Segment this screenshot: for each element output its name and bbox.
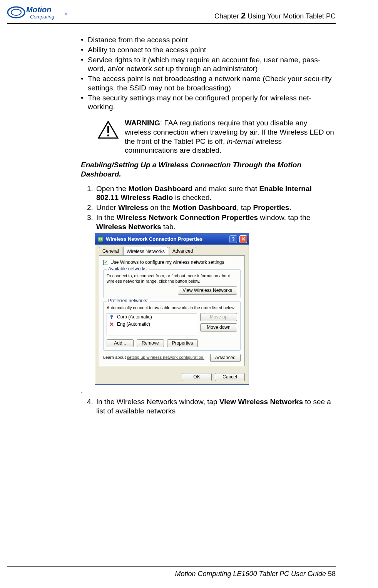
- page-number: 58: [328, 570, 336, 578]
- use-windows-checkbox[interactable]: ✓: [103, 260, 108, 265]
- tab-general[interactable]: General: [99, 247, 122, 255]
- wireless-properties-dialog: Wireless Network Connection Properties ?…: [95, 233, 249, 384]
- bullet-item: Ability to connect to the access point: [88, 45, 336, 55]
- view-wireless-networks-button[interactable]: View Wireless Networks: [178, 287, 237, 295]
- advanced-button[interactable]: Advanced: [210, 354, 241, 362]
- available-networks-group: Available networks: To connect to, disco…: [103, 269, 241, 298]
- logo-text-1: Motion: [26, 5, 52, 14]
- chapter-number: 2: [241, 11, 246, 20]
- tab-advanced[interactable]: Advanced: [169, 247, 196, 255]
- preferred-networks-group: Preferred networks: Automatically connec…: [103, 301, 241, 351]
- section-heading: Enabling/Setting Up a Wireless Connectio…: [81, 160, 336, 179]
- move-down-button[interactable]: Move down: [200, 323, 237, 331]
- add-button[interactable]: Add...: [107, 339, 134, 347]
- footer-text: Motion Computing LE1600 Tablet PC User G…: [175, 570, 328, 578]
- help-button[interactable]: ?: [229, 235, 237, 243]
- page-content: •Distance from the access point •Ability…: [0, 24, 378, 416]
- bullet-item: The security settings may not be configu…: [88, 93, 336, 112]
- svg-point-5: [107, 134, 109, 136]
- dialog-titlebar[interactable]: Wireless Network Connection Properties ?…: [95, 234, 249, 245]
- available-legend: Available networks:: [107, 266, 149, 272]
- warning-text: WARNING: FAA regulations require that yo…: [125, 118, 336, 155]
- warning-label: WARNING: [125, 119, 160, 127]
- network-icon: [109, 322, 114, 326]
- svg-rect-6: [98, 237, 103, 242]
- logo: Motion Computing ®: [7, 4, 72, 21]
- chapter-prefix: Chapter: [214, 12, 241, 20]
- tab-wireless-networks[interactable]: Wireless Networks: [123, 247, 168, 255]
- remove-button[interactable]: Remove: [137, 339, 164, 347]
- step-1: 1. Open the Motion Dashboard and make su…: [87, 184, 336, 203]
- ok-button[interactable]: OK: [182, 373, 212, 381]
- bullet-item: The access point is not broadcasting a n…: [88, 74, 336, 93]
- preferred-network-list[interactable]: Corp (Automatic) Eng (Automatic): [107, 313, 197, 335]
- step-3: 3. In the Wireless Network Connection Pr…: [87, 213, 336, 232]
- step-4: 4. In the Wireless Networks window, tap …: [87, 397, 336, 416]
- page-header: Motion Computing ® Chapter 2 Using Your …: [0, 0, 378, 23]
- dialog-title: Wireless Network Connection Properties: [106, 236, 227, 242]
- available-desc: To connect to, disconnect from, or find …: [107, 273, 237, 284]
- close-button[interactable]: ✕: [239, 235, 247, 243]
- svg-point-1: [11, 9, 21, 15]
- properties-button[interactable]: Properties: [167, 339, 198, 347]
- warning-icon: [98, 121, 119, 142]
- step-2: 2. Under Wireless on the Motion Dashboar…: [87, 203, 336, 212]
- svg-text:®: ®: [65, 12, 67, 16]
- move-up-button[interactable]: Move up: [200, 313, 237, 321]
- use-windows-label: Use Windows to configure my wireless net…: [110, 260, 224, 265]
- stray-period: .: [81, 386, 336, 395]
- motion-computing-logo-icon: Motion Computing ®: [7, 4, 72, 21]
- preferred-legend: Preferred networks:: [107, 298, 150, 304]
- learn-link[interactable]: setting up wireless network configuratio…: [127, 355, 204, 360]
- footer-rule: [7, 566, 336, 567]
- tab-panel: ✓ Use Windows to configure my wireless n…: [99, 255, 245, 366]
- logo-text-2: Computing: [30, 14, 55, 20]
- dialog-tabs: General Wireless Networks Advanced: [99, 247, 245, 256]
- learn-text: Learn about setting up wireless network …: [103, 355, 204, 360]
- preferred-desc: Automatically connect to available netwo…: [107, 305, 237, 311]
- chapter-label: Chapter 2 Using Your Motion Tablet PC: [214, 10, 336, 21]
- wireless-icon: [97, 236, 104, 242]
- dialog-figure: Wireless Network Connection Properties ?…: [95, 233, 336, 384]
- page-footer: Motion Computing LE1600 Tablet PC User G…: [7, 566, 336, 578]
- network-icon: [109, 315, 114, 319]
- steps-list: 1. Open the Motion Dashboard and make su…: [87, 184, 336, 232]
- cancel-button[interactable]: Cancel: [215, 373, 245, 381]
- chapter-title: Using Your Motion Tablet PC: [246, 12, 336, 20]
- dialog-footer: OK Cancel: [95, 370, 249, 384]
- bullet-item: Distance from the access point: [88, 35, 336, 45]
- list-item[interactable]: Eng (Automatic): [107, 321, 197, 328]
- list-item[interactable]: Corp (Automatic): [107, 313, 197, 321]
- steps-list-2: 4. In the Wireless Networks window, tap …: [87, 397, 336, 416]
- warning-block: WARNING: FAA regulations require that yo…: [98, 118, 336, 155]
- bullet-list: •Distance from the access point •Ability…: [81, 35, 336, 112]
- bullet-item: Service rights to it (which may require …: [88, 55, 336, 74]
- svg-rect-8: [111, 317, 112, 319]
- svg-point-0: [8, 7, 25, 18]
